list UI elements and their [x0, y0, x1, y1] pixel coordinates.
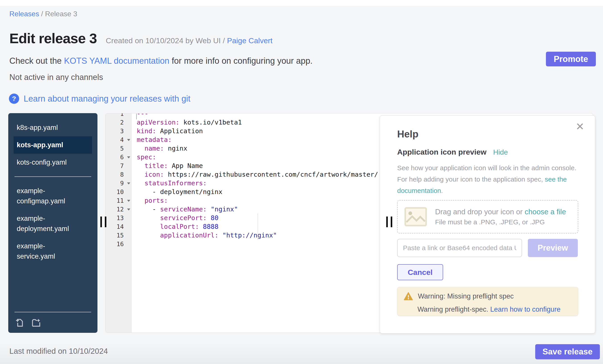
file-item-k8s-app[interactable]: k8s-app.yaml: [14, 119, 84, 136]
created-text: Created on 10/10/2024 by Web UI /: [106, 36, 227, 45]
line-number: 13: [105, 214, 132, 222]
doc-helper-line: Check out the KOTS YAML documentation fo…: [9, 56, 313, 66]
icon-dropzone[interactable]: Drag and drop your icon or choose a file…: [397, 200, 578, 233]
line-number: 10: [105, 188, 132, 196]
title-row: Edit release 3 Created on 10/10/2024 by …: [9, 30, 273, 46]
line-number: 12: [105, 205, 132, 214]
fold-arrow-icon[interactable]: [127, 182, 130, 185]
last-modified-text: Last modified on 10/10/2024: [9, 347, 108, 355]
doc-line-prefix: Check out the: [9, 56, 64, 66]
breadcrumb-separator: /: [39, 10, 45, 18]
created-author-link[interactable]: Paige Calvert: [227, 36, 273, 45]
file-list: k8s-app.yaml kots-app.yaml kots-config.y…: [8, 113, 97, 265]
warning-detail: Warning preflight-spec.: [417, 305, 490, 313]
line-number: 2: [105, 118, 132, 127]
line-number: 3: [105, 127, 132, 135]
breadcrumb-current: Release 3: [45, 10, 77, 18]
git-help-row: ? Learn about managing your releases wit…: [9, 94, 190, 104]
file-list-divider: [14, 176, 91, 177]
line-number: 11: [105, 196, 132, 205]
help-panel-title: Help: [397, 129, 578, 140]
fold-arrow-icon[interactable]: [127, 156, 130, 158]
line-number: 4: [105, 135, 132, 144]
text-cursor: [136, 114, 137, 119]
icon-preview-title: Application icon preview: [397, 148, 487, 156]
icon-url-input[interactable]: [397, 239, 522, 257]
choose-file-link[interactable]: choose a file: [525, 208, 566, 216]
file-actions: [14, 312, 91, 328]
file-item-example-configmap[interactable]: example-configmap.yaml: [14, 182, 84, 210]
line-number: 9: [105, 179, 132, 188]
channel-status: Not active in any channels: [9, 73, 103, 82]
line-number: 7: [105, 162, 132, 170]
help-panel: ✕ Help Application icon preview Hide See…: [380, 115, 595, 333]
fold-arrow-icon[interactable]: [127, 139, 130, 141]
hide-link[interactable]: Hide: [493, 148, 508, 156]
created-info: Created on 10/10/2024 by Web UI / Paige …: [106, 36, 273, 45]
cancel-button[interactable]: Cancel: [397, 264, 443, 280]
learn-configure-link[interactable]: Learn how to configure: [490, 305, 560, 313]
warning-icon: [404, 292, 413, 300]
description-period: .: [441, 187, 443, 194]
line-number: 6: [105, 153, 132, 162]
resize-handle-left[interactable]: [100, 217, 106, 227]
line-number: 1: [105, 113, 132, 118]
file-item-kots-config[interactable]: kots-config.yaml: [14, 154, 84, 171]
fold-arrow-icon[interactable]: [127, 200, 130, 202]
promote-button[interactable]: Promote: [546, 52, 596, 66]
git-releases-link[interactable]: Learn about managing your releases with …: [24, 94, 190, 104]
new-file-icon[interactable]: [14, 317, 25, 328]
warning-title: Warning: Missing preflight spec: [418, 292, 514, 300]
warning-row-1: Warning: Missing preflight spec: [404, 292, 572, 300]
icon-url-row: Preview: [397, 239, 578, 257]
indent-guide: [257, 214, 258, 240]
dropzone-line2: File must be a .PNG, .JPEG, or .JPG: [435, 218, 566, 226]
breadcrumb: Releases / Release 3: [9, 10, 77, 18]
doc-line-suffix: for more info on configuring your app.: [169, 56, 313, 66]
icon-preview-section-header: Application icon preview Hide: [397, 148, 578, 156]
file-item-kots-app-selected[interactable]: kots-app.yaml: [14, 136, 92, 154]
fold-arrow-icon[interactable]: [127, 209, 130, 210]
icon-preview-description: See how your application icon will look …: [397, 162, 578, 196]
page-title: Edit release 3: [9, 30, 97, 46]
question-icon: ?: [9, 94, 19, 104]
preview-button[interactable]: Preview: [528, 239, 578, 257]
image-placeholder-icon: [404, 207, 428, 227]
warning-box: Warning: Missing preflight spec Warning …: [397, 287, 578, 316]
dropzone-line1: Drag and drop your icon or: [435, 208, 525, 216]
close-icon[interactable]: ✕: [574, 120, 586, 133]
line-number: 5: [105, 144, 132, 153]
line-number: 16: [105, 240, 132, 248]
line-number: 8: [105, 170, 132, 179]
line-number: 14: [105, 222, 132, 231]
breadcrumb-releases-link[interactable]: Releases: [9, 10, 39, 18]
file-item-example-deployment[interactable]: example-deployment.yaml: [14, 210, 84, 237]
dropzone-text: Drag and drop your icon or choose a file…: [435, 208, 566, 226]
new-folder-icon[interactable]: [31, 317, 41, 328]
warning-row-2: Warning preflight-spec. Learn how to con…: [404, 305, 572, 313]
resize-handle-right[interactable]: [386, 217, 392, 227]
file-tree-panel: k8s-app.yaml kots-app.yaml kots-config.y…: [8, 113, 97, 333]
line-number: 15: [105, 231, 132, 240]
save-release-button[interactable]: Save release: [535, 344, 600, 359]
kots-yaml-doc-link[interactable]: KOTS YAML documentation: [64, 56, 169, 66]
file-item-example-service[interactable]: example-service.yaml: [14, 237, 84, 265]
